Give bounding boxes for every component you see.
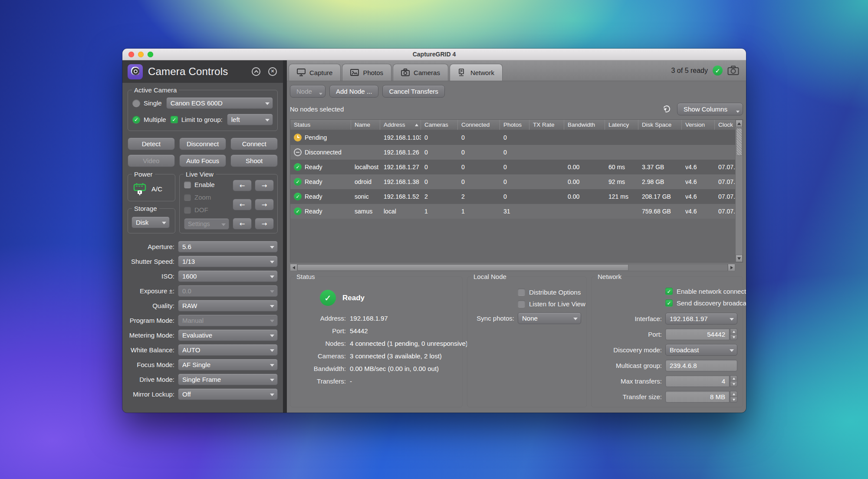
scroll-left-button[interactable] (290, 264, 297, 271)
discovery-mode-dropdown[interactable]: Broadcast (665, 344, 737, 356)
vertical-scroll-thumb[interactable] (736, 128, 742, 156)
group-dropdown[interactable]: left (227, 114, 273, 125)
max-transfers-stepper[interactable] (730, 375, 737, 387)
enable-network-connection-checkbox[interactable] (665, 288, 673, 295)
column-header-connected[interactable]: Connected (458, 120, 500, 130)
vertical-scrollbar[interactable] (735, 120, 743, 262)
close-panel-icon[interactable]: × (268, 67, 277, 76)
collapse-panel-icon[interactable] (252, 67, 260, 76)
refresh-icon[interactable] (663, 105, 671, 113)
live-view-settings-dropdown[interactable]: Settings (184, 218, 229, 230)
column-header-status[interactable]: Status (290, 120, 351, 130)
video-button[interactable]: Video (128, 154, 175, 167)
zoom-checkbox[interactable] (184, 194, 191, 201)
stepper-down-button[interactable] (730, 381, 737, 387)
exposure-dropdown[interactable]: 0.0 (178, 285, 278, 297)
single-radio[interactable] (132, 99, 140, 107)
tab-photos[interactable]: Photos (342, 64, 391, 81)
column-header-bandwidth[interactable]: Bandwidth (564, 120, 605, 130)
enable-checkbox[interactable] (184, 181, 191, 188)
column-header-disk-space[interactable]: Disk Space (638, 120, 682, 130)
tab-cameras[interactable]: Cameras (393, 64, 448, 81)
node-row-odroid[interactable]: Readyodroid192.168.1.380000.0092 ms2.98 … (290, 174, 735, 189)
interface-dropdown[interactable]: 192.168.1.97 (665, 313, 737, 325)
max-transfers-field[interactable]: 4 (665, 375, 730, 387)
column-header-cameras[interactable]: Cameras (421, 120, 458, 130)
column-header-photos[interactable]: Photos (500, 120, 529, 130)
node-row-samus[interactable]: Readysamuslocal1131759.68 GBv4.607.07.20 (290, 204, 735, 219)
shoot-button[interactable]: Shoot (230, 154, 278, 167)
disconnect-button[interactable]: Disconnect (179, 138, 227, 150)
focus-mode-label: Focus Mode: (128, 361, 174, 368)
zoom-window-button[interactable] (148, 52, 153, 57)
aperture-dropdown[interactable]: 5.6 (178, 241, 278, 253)
arrow-left-button[interactable]: ← (233, 180, 252, 191)
sync-photos-dropdown[interactable]: None (518, 312, 581, 324)
multicast-group-field[interactable]: 239.4.6.8 (665, 360, 737, 371)
dof-checkbox[interactable] (184, 207, 191, 213)
multiple-radio[interactable] (132, 116, 140, 124)
mirror-lockup-dropdown[interactable]: Off (178, 388, 278, 400)
metering-mode-dropdown[interactable]: Evaluative (178, 329, 278, 341)
horizontal-scrollbar[interactable] (290, 264, 743, 271)
column-header-name[interactable]: Name (351, 120, 380, 130)
column-header-clock[interactable]: Clock (715, 120, 738, 130)
stepper-up-button[interactable] (730, 328, 737, 334)
node-row-sonic[interactable]: Readysonic192.168.1.522200.00121 ms208.1… (290, 189, 735, 204)
arrow-left-button[interactable]: ← (233, 218, 252, 230)
horizontal-scroll-track[interactable] (297, 264, 728, 271)
cancel-transfers-button[interactable]: Cancel Transfers (382, 85, 444, 98)
node-row-192.168.1.103[interactable]: Pending192.168.1.103000 (290, 130, 735, 145)
traffic-lights (128, 52, 153, 57)
tab-network[interactable]: Network (450, 64, 503, 81)
node-row-192.168.1.26[interactable]: Disconnected192.168.1.26000 (290, 145, 735, 160)
iso-dropdown[interactable]: 1600 (178, 270, 278, 282)
arrow-left-button[interactable]: ← (233, 199, 252, 210)
auto-focus-button[interactable]: Auto Focus (179, 154, 227, 167)
camera-model-dropdown[interactable]: Canon EOS 600D (166, 97, 273, 109)
drive-mode-dropdown[interactable]: Single Frame (178, 374, 278, 385)
tab-capture[interactable]: Capture (289, 64, 341, 81)
horizontal-scroll-thumb[interactable] (297, 264, 628, 271)
arrow-right-button[interactable]: → (255, 180, 274, 191)
show-columns-button[interactable]: Show Columns (677, 103, 743, 115)
stepper-down-button[interactable] (730, 397, 737, 403)
scroll-down-button[interactable] (736, 255, 743, 262)
transfer-size-stepper[interactable] (730, 391, 737, 403)
port-field[interactable]: 54442 (665, 328, 730, 340)
white-balance-dropdown[interactable]: AUTO (178, 344, 278, 356)
listen-for-live-view-checkbox[interactable] (518, 300, 525, 308)
send-discovery-broadcasts-checkbox[interactable] (665, 299, 673, 307)
quality-dropdown[interactable]: RAW (178, 300, 278, 312)
column-header-address[interactable]: Address (380, 120, 421, 130)
stepper-down-button[interactable] (730, 334, 737, 340)
connect-button[interactable]: Connect (230, 138, 278, 150)
stepper-up-button[interactable] (730, 391, 737, 397)
scroll-up-button[interactable] (736, 120, 743, 127)
arrow-right-button[interactable]: → (255, 218, 274, 230)
detect-button[interactable]: Detect (128, 138, 175, 150)
interface-label: Interface: (597, 315, 662, 322)
column-header-tx-rate[interactable]: TX Rate (529, 120, 564, 130)
stepper-up-button[interactable] (730, 375, 737, 381)
minimize-window-button[interactable] (138, 52, 144, 57)
column-header-version[interactable]: Version (682, 120, 715, 130)
transfer-size-field[interactable]: 8 MB (665, 391, 730, 403)
network-legend: Network (595, 273, 624, 280)
cell-latency (605, 130, 638, 145)
focus-mode-dropdown[interactable]: AF Single (178, 359, 278, 371)
close-window-button[interactable] (128, 52, 134, 57)
node-menu-button[interactable]: Node (290, 85, 326, 98)
distribute-options-checkbox[interactable] (518, 289, 525, 296)
status-field-value: 4 connected (1 pending, 0 unresponsive) (350, 340, 468, 347)
shutter-speed-dropdown[interactable]: 1/13 (178, 256, 278, 267)
node-row-localhost[interactable]: Readylocalhost192.168.1.270000.0060 ms3.… (290, 160, 735, 174)
scroll-right-button[interactable] (728, 264, 735, 271)
column-header-latency[interactable]: Latency (605, 120, 638, 130)
storage-dropdown[interactable]: Disk (132, 217, 170, 228)
limit-to-group-checkbox[interactable] (171, 116, 178, 123)
program-mode-dropdown[interactable]: Manual (178, 315, 278, 326)
add-node-button[interactable]: Add Node ... (329, 85, 378, 98)
port-stepper[interactable] (730, 328, 737, 340)
arrow-right-button[interactable]: → (255, 199, 274, 210)
